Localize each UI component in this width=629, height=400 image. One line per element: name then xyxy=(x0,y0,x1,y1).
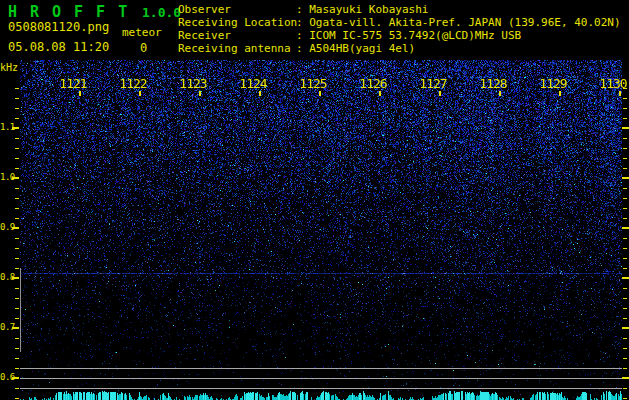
info-value: : Ogata-vill. Akita-Pref. JAPAN (139.96E… xyxy=(296,16,621,29)
x-tick-label: 1127 xyxy=(417,77,449,90)
axis-tick xyxy=(15,308,19,309)
axis-tick xyxy=(139,91,141,96)
axis-tick xyxy=(15,168,19,169)
axis-tick xyxy=(623,248,627,249)
axis-tick xyxy=(559,91,561,96)
axis-tick xyxy=(623,138,627,139)
info-label: Observer xyxy=(178,3,231,16)
axis-tick xyxy=(15,198,19,199)
axis-tick xyxy=(15,218,19,219)
x-tick-label: 1124 xyxy=(237,77,269,90)
app-title: HROFFT xyxy=(8,3,140,21)
axis-tick xyxy=(619,91,621,96)
axis-tick xyxy=(15,158,19,159)
axis-tick xyxy=(622,127,629,129)
axis-tick xyxy=(12,227,19,229)
axis-tick xyxy=(15,358,19,359)
axis-tick xyxy=(15,388,19,389)
axis-tick xyxy=(15,288,19,289)
x-tick-label: 1126 xyxy=(357,77,389,90)
axis-tick xyxy=(15,188,19,189)
x-tick-label: 1122 xyxy=(117,77,149,90)
output-filename: 0508081120.png xyxy=(8,20,109,34)
axis-tick xyxy=(15,98,19,99)
axis-tick xyxy=(15,368,19,369)
axis-tick xyxy=(623,188,627,189)
info-label: Receiving Location xyxy=(178,16,297,29)
y-axis-unit: kHz xyxy=(0,62,18,73)
axis-tick xyxy=(623,388,627,389)
axis-tick xyxy=(623,118,627,119)
axis-tick xyxy=(623,148,627,149)
axis-tick xyxy=(622,227,629,229)
info-row-observer: Observer : Masayuki Kobayashi xyxy=(178,3,629,16)
axis-tick xyxy=(623,348,627,349)
x-tick-label: 1129 xyxy=(537,77,569,90)
axis-tick xyxy=(15,148,19,149)
axis-tick xyxy=(259,91,261,96)
axis-tick xyxy=(623,258,627,259)
x-tick-label: 1125 xyxy=(297,77,329,90)
axis-tick xyxy=(199,91,201,96)
axis-tick xyxy=(623,308,627,309)
axis-tick xyxy=(15,398,19,399)
axis-tick xyxy=(623,218,627,219)
hrofft-window: HROFFT 1.0.0 0508081120.png meteor 05.08… xyxy=(0,0,629,400)
axis-tick xyxy=(623,88,627,89)
axis-tick xyxy=(623,198,627,199)
axis-tick xyxy=(439,91,441,96)
axis-tick xyxy=(15,348,19,349)
app-version: 1.0.0 xyxy=(142,5,181,20)
axis-tick xyxy=(12,327,19,329)
axis-tick xyxy=(622,277,629,279)
axis-tick xyxy=(499,91,501,96)
axis-tick xyxy=(12,377,19,379)
axis-tick xyxy=(15,268,19,269)
axis-tick xyxy=(12,127,19,129)
axis-tick xyxy=(622,177,629,179)
axis-tick xyxy=(15,138,19,139)
axis-tick xyxy=(623,268,627,269)
info-value: : Masayuki Kobayashi xyxy=(296,3,428,16)
axis-tick xyxy=(623,168,627,169)
info-value: : ICOM IC-575 53.7492(@LCD)MHz USB xyxy=(296,29,521,42)
station-info: Observer : Masayuki Kobayashi Receiving … xyxy=(178,3,629,55)
info-row-antenna: Receiving antenna : A504HB(yagi 4el) xyxy=(178,42,629,55)
axis-tick xyxy=(622,377,629,379)
spectrogram-canvas xyxy=(20,60,622,400)
axis-tick xyxy=(12,277,19,279)
info-row-location: Receiving Location : Ogata-vill. Akita-P… xyxy=(178,16,629,29)
axis-tick xyxy=(623,98,627,99)
axis-tick xyxy=(623,158,627,159)
axis-tick xyxy=(15,88,19,89)
axis-tick xyxy=(623,238,627,239)
mode-label: meteor xyxy=(122,26,162,39)
x-tick-label: 1128 xyxy=(477,77,509,90)
axis-tick xyxy=(623,318,627,319)
axis-tick xyxy=(15,108,19,109)
axis-tick xyxy=(623,398,627,399)
axis-tick xyxy=(319,91,321,96)
axis-tick xyxy=(15,258,19,259)
axis-tick xyxy=(623,208,627,209)
axis-tick xyxy=(623,358,627,359)
info-value: : A504HB(yagi 4el) xyxy=(296,42,415,55)
axis-tick xyxy=(15,118,19,119)
axis-tick xyxy=(79,91,81,96)
info-row-receiver: Receiver : ICOM IC-575 53.7492(@LCD)MHz … xyxy=(178,29,629,42)
x-tick-label: 1123 xyxy=(177,77,209,90)
axis-tick xyxy=(623,338,627,339)
axis-tick xyxy=(15,298,19,299)
axis-tick xyxy=(622,327,629,329)
axis-tick xyxy=(15,238,19,239)
meteor-count: 0 xyxy=(140,41,147,55)
observation-datetime: 05.08.08 11:20 xyxy=(8,40,109,54)
axis-tick xyxy=(15,248,19,249)
axis-tick xyxy=(15,208,19,209)
axis-tick xyxy=(623,298,627,299)
axis-tick xyxy=(623,368,627,369)
axis-tick xyxy=(623,288,627,289)
axis-tick xyxy=(379,91,381,96)
axis-tick xyxy=(12,177,19,179)
info-label: Receiving antenna xyxy=(178,42,291,55)
